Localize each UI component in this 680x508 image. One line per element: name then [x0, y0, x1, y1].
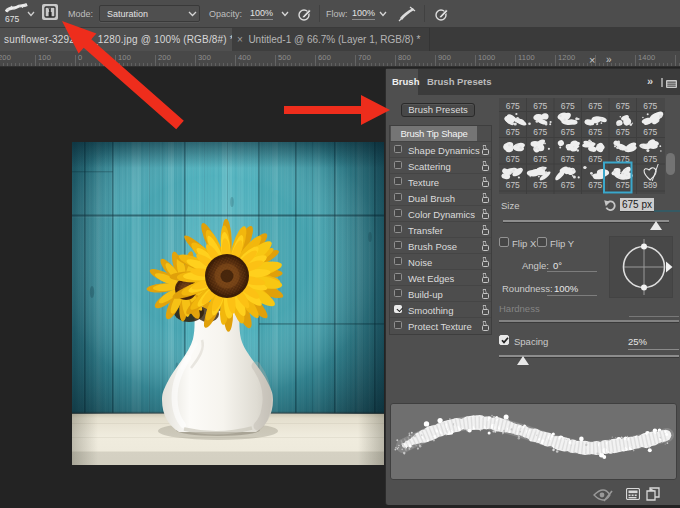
svg-text:675: 675: [533, 154, 547, 164]
svg-text:675: 675: [506, 127, 520, 137]
svg-text:675: 675: [533, 180, 547, 190]
svg-text:589: 589: [643, 180, 657, 190]
svg-text:675: 675: [616, 101, 630, 111]
svg-text:675: 675: [533, 101, 547, 111]
svg-text:675: 675: [616, 180, 630, 190]
svg-text:675: 675: [506, 180, 520, 190]
svg-text:675: 675: [643, 127, 657, 137]
svg-text:675: 675: [588, 154, 602, 164]
svg-text:675: 675: [616, 127, 630, 137]
svg-text:675: 675: [561, 154, 575, 164]
svg-text:675: 675: [506, 154, 520, 164]
svg-text:675: 675: [588, 180, 602, 190]
svg-text:675: 675: [561, 180, 575, 190]
svg-text:675: 675: [588, 101, 602, 111]
svg-text:675: 675: [506, 101, 520, 111]
svg-text:675: 675: [643, 154, 657, 164]
svg-text:675: 675: [561, 127, 575, 137]
svg-text:675: 675: [561, 101, 575, 111]
svg-text:675: 675: [643, 101, 657, 111]
svg-text:675: 675: [588, 127, 602, 137]
svg-text:675: 675: [533, 127, 547, 137]
